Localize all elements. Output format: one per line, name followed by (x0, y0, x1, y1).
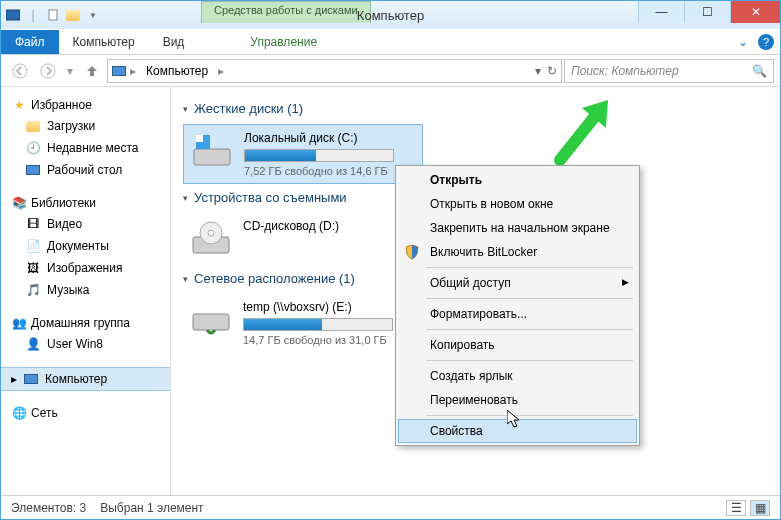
up-button[interactable] (79, 58, 105, 84)
menu-separator (426, 298, 633, 299)
menu-item[interactable]: Закрепить на начальном экране (398, 216, 637, 240)
recent-icon: 🕘 (25, 140, 41, 156)
back-button[interactable] (7, 58, 33, 84)
svg-rect-1 (49, 10, 57, 20)
svg-rect-6 (196, 135, 203, 142)
menu-item[interactable]: Копировать (398, 333, 637, 357)
cd-icon (189, 219, 233, 259)
nav-pane: ★Избранное Загрузки 🕘Недавние места Рабо… (1, 87, 171, 495)
breadcrumb-sep-icon[interactable]: ▸ (218, 64, 224, 78)
address-dropdown-icon[interactable]: ▾ (535, 64, 541, 78)
drive-label: CD-дисковод (D:) (243, 219, 417, 233)
contextual-tab-label: Средства работы с дисками (201, 1, 371, 23)
sidebar-item-recent[interactable]: 🕘Недавние места (1, 137, 170, 159)
menu-item[interactable]: Общий доступ▶ (398, 271, 637, 295)
breadcrumb-sep-icon[interactable]: ▸ (130, 64, 136, 78)
collapse-icon: ▾ (183, 274, 188, 284)
capacity-bar (243, 318, 393, 331)
help-icon[interactable]: ? (758, 34, 774, 50)
qat-newfolder-icon[interactable] (65, 7, 81, 23)
star-icon: ★ (11, 97, 27, 113)
computer-icon (23, 371, 39, 387)
documents-icon: 📄 (25, 238, 41, 254)
sidebar-item-computer[interactable]: ▸Компьютер (1, 367, 170, 391)
video-icon: 🎞 (25, 216, 41, 232)
network-drive-icon (189, 300, 233, 340)
hdd-icon (190, 131, 234, 171)
svg-rect-10 (193, 314, 229, 330)
menu-item[interactable]: Включить BitLocker (398, 240, 637, 264)
sidebar-group-libraries[interactable]: 📚Библиотеки (1, 193, 170, 213)
section-hdd[interactable]: ▾Жесткие диски (1) (183, 101, 768, 116)
menu-item[interactable]: Свойства (398, 419, 637, 443)
libraries-icon: 📚 (11, 195, 27, 211)
svg-point-3 (41, 64, 55, 78)
refresh-icon[interactable]: ↻ (547, 64, 557, 78)
view-details-icon[interactable]: ☰ (726, 500, 746, 516)
sidebar-group-network[interactable]: 🌐Сеть (1, 403, 170, 423)
menu-separator (426, 267, 633, 268)
address-bar[interactable]: ▸ Компьютер ▸ ▾ ↻ (107, 59, 562, 83)
folder-icon (25, 118, 41, 134)
menu-item[interactable]: Форматировать... (398, 302, 637, 326)
menu-item[interactable]: Открыть (398, 168, 637, 192)
tab-view[interactable]: Вид (149, 30, 199, 54)
view-tiles-icon[interactable]: ▦ (750, 500, 770, 516)
menu-separator (426, 415, 633, 416)
ribbon-tabs: Файл Компьютер Вид Управление ⌄ ? (1, 29, 780, 55)
network-icon: 🌐 (11, 405, 27, 421)
collapse-icon: ▾ (183, 104, 188, 114)
sidebar-item-videos[interactable]: 🎞Видео (1, 213, 170, 235)
context-menu: ОткрытьОткрыть в новом окнеЗакрепить на … (395, 165, 640, 446)
drive-free-text: 7,52 ГБ свободно из 14,6 ГБ (244, 165, 416, 177)
sidebar-item-documents[interactable]: 📄Документы (1, 235, 170, 257)
sidebar-group-homegroup[interactable]: 👥Домашняя группа (1, 313, 170, 333)
tab-file[interactable]: Файл (1, 30, 59, 54)
tab-manage[interactable]: Управление (236, 30, 331, 54)
close-button[interactable]: ✕ (730, 1, 780, 23)
drive-free-text: 14,7 ГБ свободно из 31,0 ГБ (243, 334, 417, 346)
chevron-right-icon: ▸ (11, 372, 17, 386)
status-selected: Выбран 1 элемент (100, 501, 203, 515)
sidebar-item-user[interactable]: 👤User Win8 (1, 333, 170, 355)
ribbon-expand-icon[interactable]: ⌄ (734, 33, 752, 51)
svg-point-9 (208, 230, 214, 236)
menu-item[interactable]: Переименовать (398, 388, 637, 412)
sidebar-item-desktop[interactable]: Рабочий стол (1, 159, 170, 181)
capacity-bar (244, 149, 394, 162)
sidebar-item-music[interactable]: 🎵Музыка (1, 279, 170, 301)
sidebar-group-favorites[interactable]: ★Избранное (1, 95, 170, 115)
history-dropdown-icon[interactable]: ▾ (63, 58, 77, 84)
drive-local-c[interactable]: Локальный диск (C:) 7,52 ГБ свободно из … (183, 124, 423, 184)
statusbar: Элементов: 3 Выбран 1 элемент ☰ ▦ (1, 495, 780, 519)
titlebar: | ▼ Средства работы с дисками Компьютер … (1, 1, 780, 29)
navbar: ▾ ▸ Компьютер ▸ ▾ ↻ Поиск: Компьютер 🔍 (1, 55, 780, 87)
homegroup-icon: 👥 (11, 315, 27, 331)
shield-icon (404, 244, 420, 260)
sys-menu-icon[interactable] (5, 7, 21, 23)
menu-separator (426, 360, 633, 361)
forward-button[interactable] (35, 58, 61, 84)
window-title: Компьютер (357, 8, 424, 23)
sidebar-item-downloads[interactable]: Загрузки (1, 115, 170, 137)
qat-dropdown-icon[interactable]: ▼ (85, 7, 101, 23)
qat-properties-icon[interactable] (45, 7, 61, 23)
minimize-button[interactable]: — (638, 1, 684, 23)
svg-point-2 (13, 64, 27, 78)
explorer-window: | ▼ Средства работы с дисками Компьютер … (0, 0, 781, 520)
search-input[interactable]: Поиск: Компьютер 🔍 (564, 59, 774, 83)
qat-separator: | (25, 7, 41, 23)
breadcrumb-item[interactable]: Компьютер (140, 62, 214, 80)
tab-computer[interactable]: Компьютер (59, 30, 149, 54)
status-count: Элементов: 3 (11, 501, 86, 515)
maximize-button[interactable]: ☐ (684, 1, 730, 23)
sidebar-item-pictures[interactable]: 🖼Изображения (1, 257, 170, 279)
drive-network-e[interactable]: temp (\\vboxsrv) (E:) 14,7 ГБ свободно и… (183, 294, 423, 352)
menu-item[interactable]: Создать ярлык (398, 364, 637, 388)
search-icon[interactable]: 🔍 (752, 64, 767, 78)
drive-label: temp (\\vboxsrv) (E:) (243, 300, 417, 314)
drive-label: Локальный диск (C:) (244, 131, 416, 145)
menu-item[interactable]: Открыть в новом окне (398, 192, 637, 216)
drive-cd-d[interactable]: CD-дисковод (D:) (183, 213, 423, 265)
submenu-arrow-icon: ▶ (622, 277, 629, 287)
